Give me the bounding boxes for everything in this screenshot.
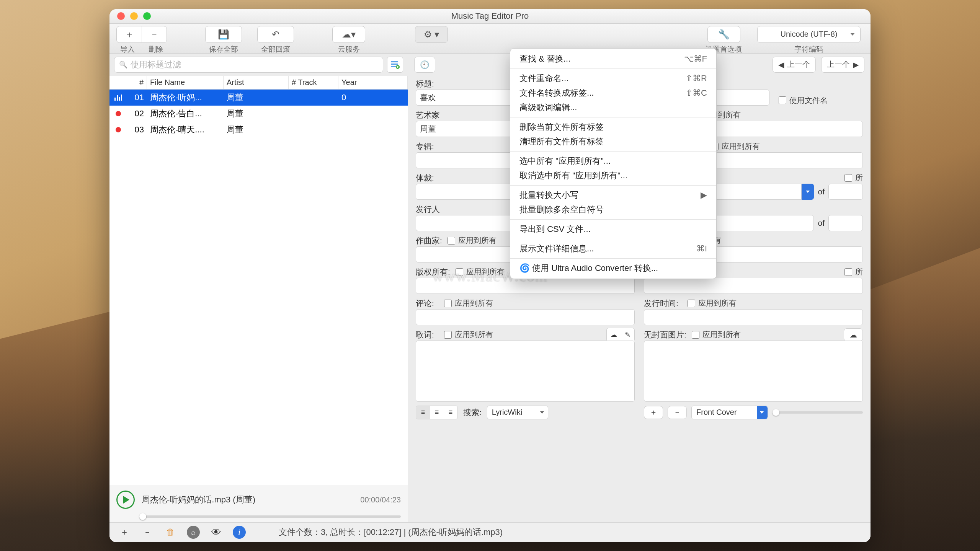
svg-rect-0 bbox=[391, 61, 398, 62]
history-button[interactable]: 🕘 bbox=[414, 57, 435, 73]
lyric-provider-select[interactable]: LyricWiki bbox=[487, 406, 548, 419]
lyrics-applyall[interactable]: 应用到所有 bbox=[444, 329, 493, 340]
menu-adv-lyrics[interactable]: 高级歌词编辑... bbox=[510, 100, 716, 115]
table-row[interactable]: 03周杰伦-晴天....周董 bbox=[109, 122, 408, 138]
gear-menu-button[interactable]: ⚙︎ ▾ bbox=[415, 26, 448, 43]
prev-file-button[interactable]: ◀ 上一个 bbox=[773, 57, 816, 73]
menu-rename[interactable]: 文件重命名...⇧⌘R bbox=[510, 71, 716, 86]
comment-applyall[interactable]: 应用到所有 bbox=[444, 298, 493, 308]
menu-select-applyall[interactable]: 选中所有 "应用到所有"... bbox=[510, 154, 716, 168]
delete-button[interactable]: － bbox=[142, 26, 167, 43]
status-text: 文件个数：3, 总时长：[00:12:27] | (周杰伦-听妈妈的话.mp3) bbox=[279, 527, 503, 538]
window-title: Music Tag Editor Pro bbox=[109, 11, 871, 21]
composer-applyall[interactable]: 应用到所有 bbox=[448, 235, 497, 246]
table-row[interactable]: 01周杰伦-听妈...周董0 bbox=[109, 90, 408, 106]
menu-export-csv[interactable]: 导出到 CSV 文件... bbox=[510, 222, 716, 236]
label-title: 标题: bbox=[416, 78, 439, 89]
encoding-select[interactable]: Unicode (UTF-8) bbox=[757, 26, 861, 43]
menu-file-info[interactable]: 展示文件详细信息...⌘I bbox=[510, 241, 716, 256]
menu-batch-case[interactable]: 批量转换大小写▶ bbox=[510, 188, 716, 202]
menu-batch-trim[interactable]: 批量删除多余空白符号 bbox=[510, 202, 716, 217]
label-cover: 无封面图片: bbox=[644, 329, 686, 340]
cover-type-select[interactable]: Front Cover bbox=[691, 406, 768, 419]
col-index[interactable]: # bbox=[127, 76, 147, 89]
lyrics-cloud-button[interactable]: ☁︎ bbox=[607, 328, 621, 341]
cover-add-button[interactable]: ＋ bbox=[644, 406, 663, 419]
menu-deselect-applyall[interactable]: 取消选中所有 "应用到所有"... bbox=[510, 168, 716, 183]
release-applyall[interactable]: 应用到所有 bbox=[688, 298, 737, 308]
next-file-button[interactable]: 上一个 ▶ bbox=[821, 57, 864, 73]
delete-label: 删除 bbox=[149, 44, 163, 54]
status-bar: ＋ － 🗑 ⌕ 👁 i 文件个数：3, 总时长：[00:12:27] | (周杰… bbox=[109, 522, 871, 542]
menu-filename-to-tag[interactable]: 文件名转换成标签...⇧⌘C bbox=[510, 86, 716, 100]
label-artist: 艺术家 bbox=[416, 110, 440, 121]
cover-applyall[interactable]: 应用到所有 bbox=[692, 329, 741, 340]
trash-icon[interactable]: 🗑 bbox=[164, 526, 177, 539]
bpm-applyall[interactable]: 所 bbox=[844, 267, 863, 277]
comment-input[interactable] bbox=[416, 309, 635, 325]
label-publisher: 发行人 bbox=[416, 204, 440, 215]
align-right-icon[interactable]: ≡ bbox=[444, 406, 457, 419]
copyright-applyall[interactable]: 应用到所有 bbox=[456, 267, 505, 277]
encoding-label: 字符编码 bbox=[794, 44, 823, 54]
import-label: 导入 bbox=[120, 44, 135, 54]
menu-del-current-tags[interactable]: 删除当前文件所有标签 bbox=[510, 120, 716, 134]
align-left-icon[interactable]: ≡ bbox=[416, 406, 430, 419]
cloud-label: 云服务 bbox=[338, 44, 360, 54]
file-table[interactable]: # File Name Artist # Track Year 01周杰伦-听妈… bbox=[109, 76, 408, 485]
menu-ultra-converter[interactable]: 🌀 使用 Ultra Audio Converter 转换... bbox=[510, 261, 716, 276]
col-filename[interactable]: File Name bbox=[147, 76, 224, 89]
cover-cloud-button[interactable]: ☁︎ bbox=[844, 328, 863, 341]
col-artist[interactable]: Artist bbox=[224, 76, 289, 89]
align-segmented[interactable]: ≡ ≡ ≡ bbox=[416, 406, 458, 419]
align-center-icon[interactable]: ≡ bbox=[430, 406, 444, 419]
cover-remove-button[interactable]: － bbox=[668, 406, 687, 419]
cloud-button[interactable]: ☁︎▾ bbox=[332, 26, 365, 43]
search-status-icon[interactable]: ⌕ bbox=[187, 526, 200, 539]
label-composer: 作曲家: bbox=[416, 235, 442, 246]
release-input[interactable] bbox=[644, 309, 863, 325]
svg-rect-2 bbox=[391, 66, 396, 67]
status-add-button[interactable]: ＋ bbox=[118, 526, 131, 539]
import-button[interactable]: ＋ bbox=[116, 26, 142, 43]
menu-clean-all-tags[interactable]: 清理所有文件所有标签 bbox=[510, 134, 716, 149]
undo-all-button[interactable]: ↶ bbox=[257, 26, 294, 43]
bpm-input[interactable] bbox=[644, 278, 863, 294]
year-applyall[interactable]: 应用到所有 bbox=[711, 141, 760, 152]
label-copyright: 版权所有: bbox=[416, 267, 450, 277]
play-button[interactable] bbox=[116, 491, 135, 509]
copyright-input[interactable] bbox=[416, 278, 635, 294]
disc-total-input[interactable] bbox=[828, 215, 863, 231]
col-track[interactable]: # Track bbox=[289, 76, 338, 89]
info-icon[interactable]: i bbox=[233, 526, 246, 539]
lyrics-textarea[interactable] bbox=[416, 341, 635, 402]
lyrics-edit-button[interactable]: ✎ bbox=[621, 328, 634, 341]
col-year[interactable]: Year bbox=[338, 76, 408, 89]
save-all-button[interactable]: 💾 bbox=[205, 26, 242, 43]
svg-rect-1 bbox=[391, 64, 398, 65]
play-icon bbox=[123, 496, 129, 504]
playing-icon bbox=[114, 95, 122, 101]
preferences-button[interactable]: 🔧 bbox=[707, 26, 740, 43]
track-applyall[interactable]: 所 bbox=[844, 173, 863, 183]
use-filename-checkbox[interactable]: 使用文件名 bbox=[779, 95, 863, 106]
filter-add-button[interactable] bbox=[387, 57, 403, 73]
label-lyric-search: 搜索: bbox=[463, 407, 482, 418]
app-window: Music Tag Editor Pro ＋ － 导入 删除 💾 保存全部 ↶ … bbox=[109, 9, 871, 542]
seek-slider[interactable] bbox=[139, 515, 401, 518]
track-total-input[interactable] bbox=[828, 184, 863, 200]
cover-dropzone[interactable] bbox=[644, 341, 863, 402]
modified-dot-icon bbox=[116, 127, 121, 132]
gear-dropdown-menu: 查找 & 替换...⌥⌘F 文件重命名...⇧⌘R 文件名转换成标签...⇧⌘C… bbox=[510, 48, 717, 279]
label-album: 专辑: bbox=[416, 141, 439, 152]
table-row[interactable]: 02周杰伦-告白...周董 bbox=[109, 106, 408, 122]
label-comment: 评论: bbox=[416, 298, 439, 309]
filter-input[interactable]: 使用标题过滤 bbox=[114, 57, 383, 73]
eye-icon[interactable]: 👁 bbox=[210, 526, 223, 539]
status-remove-button[interactable]: － bbox=[141, 526, 154, 539]
save-all-label: 保存全部 bbox=[209, 44, 238, 54]
cover-size-slider[interactable] bbox=[773, 411, 863, 414]
track-dropdown[interactable] bbox=[802, 184, 814, 200]
label-lyrics: 歌词: bbox=[416, 329, 439, 340]
menu-find-replace[interactable]: 查找 & 替换...⌥⌘F bbox=[510, 52, 716, 66]
